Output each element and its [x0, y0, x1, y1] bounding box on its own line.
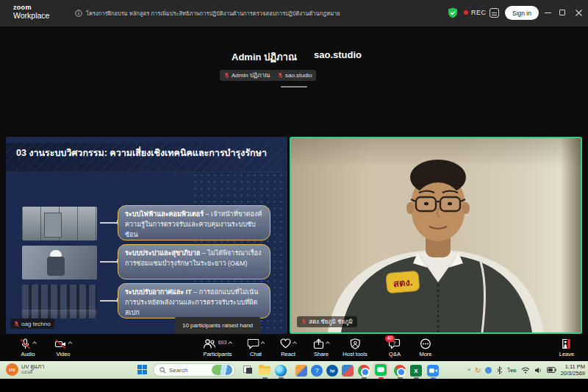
camera-muted-icon: [55, 338, 67, 350]
meeting-stage: Admin ปฏิภาณ sao.studio Admin ปฏิภาณ sao…: [0, 26, 588, 336]
file-explorer-icon[interactable]: [259, 366, 270, 374]
chevron-up-icon[interactable]: [261, 341, 265, 346]
chrome-icon[interactable]: [358, 365, 370, 377]
zoom-workplace-window: zoom Workplace โครงการฝึกอบรม หลักสูตร ก…: [0, 0, 588, 392]
react-label: React: [281, 351, 295, 357]
heart-icon: [280, 338, 291, 349]
muted-mic-icon: [301, 318, 306, 325]
taskbar-user-widget[interactable]: UV UV ดูแภา แอนดี: [6, 363, 44, 376]
bluetooth-icon[interactable]: [496, 366, 503, 374]
sync-icon[interactable]: ↻: [475, 366, 481, 374]
bullet-heading: ระบบไฟฟ้าและคอมพิวเตอร์: [125, 210, 204, 218]
participants-label: Participants: [203, 351, 232, 357]
chevron-up-icon[interactable]: [68, 341, 73, 346]
muted-mic-icon: [224, 72, 229, 79]
system-tray: ^ ↻ ไทย 1:11 PM 20/3/: [467, 361, 585, 379]
audio-button[interactable]: Audio: [20, 338, 36, 357]
battery-icon[interactable]: [547, 367, 556, 373]
react-button[interactable]: React: [280, 338, 296, 357]
participants-button[interactable]: 693 Participants: [203, 338, 232, 357]
slide-title: 03 งานระบบวิศวกรรม: ความเสี่ยงเชิงเทคนิค…: [6, 146, 277, 160]
speaker-tag-label: sao.studio: [285, 72, 312, 79]
task-view-icon[interactable]: [243, 366, 252, 374]
slide-photo-servers: [22, 285, 97, 318]
zoom-app-icon[interactable]: [427, 365, 439, 377]
participants-count-badge: 693: [218, 340, 227, 345]
chat-button[interactable]: Chat: [248, 338, 265, 357]
recording-indicator: REC: [464, 9, 487, 16]
line-app-icon: [375, 364, 387, 376]
sign-in-button[interactable]: Sign in: [505, 6, 539, 20]
gallery-view-icon[interactable]: [490, 8, 499, 18]
hp-app-icon[interactable]: hp: [326, 365, 338, 377]
language-indicator[interactable]: ไทย: [507, 366, 516, 374]
windows-start-icon[interactable]: [137, 365, 147, 374]
meeting-title: โครงการฝึกอบรม หลักสูตร การเพิ่มประสิทธิ…: [86, 9, 340, 18]
maximize-icon[interactable]: [559, 10, 565, 15]
chrome-profile2-icon[interactable]: [394, 365, 406, 377]
slide-bullet-2: ระบบประปาและสุขาภิบาล – ไม่ได้พิจารณาเรื…: [118, 244, 270, 279]
speaker-tag-2: sao.studio: [273, 70, 316, 81]
mail-app-icon[interactable]: [342, 365, 354, 377]
chat-label: Chat: [250, 351, 262, 357]
zoom-workplace-logo: zoom Workplace: [13, 4, 49, 20]
speaker-portrait: สตง.: [291, 138, 581, 332]
app-icon-orange[interactable]: [295, 365, 307, 377]
leave-button[interactable]: Leave: [559, 338, 574, 357]
user-subtext: แอนดี: [21, 370, 44, 375]
share-screen-icon: [313, 338, 324, 349]
video-label: Video: [56, 351, 70, 357]
tray-expand-icon[interactable]: ^: [467, 367, 470, 374]
leave-label: Leave: [559, 351, 574, 357]
chat-icon: [248, 338, 259, 349]
leave-door-icon: [561, 338, 573, 349]
share-button[interactable]: Share: [313, 338, 329, 357]
chevron-up-icon[interactable]: [326, 341, 330, 346]
presenter-name-tag: oag techno: [10, 318, 54, 329]
excel-icon[interactable]: X: [410, 365, 422, 377]
search-box[interactable]: Search: [153, 363, 235, 377]
help-app-icon[interactable]: ?: [311, 365, 323, 377]
slide-bullet-1: ระบบไฟฟ้าและคอมพิวเตอร์ – เจ้าหน้าที่ขาด…: [118, 205, 270, 240]
minimize-icon[interactable]: [545, 13, 551, 13]
pager-indicator: [281, 86, 307, 88]
user-avatar[interactable]: UV: [6, 363, 18, 376]
volume-icon[interactable]: [534, 367, 542, 374]
qa-count-badge: 40: [385, 335, 395, 342]
share-label: Share: [314, 351, 329, 357]
security-shield-icon[interactable]: [448, 7, 458, 18]
active-speaker-video[interactable]: สตง. สตง.ชัยภูมิ ชัยภูมิ: [290, 137, 582, 334]
bullet-heading: ระบบปรับอากาศและ IT: [125, 288, 192, 296]
vest-patch: สตง.: [386, 271, 420, 293]
logo-line2: Workplace: [13, 12, 49, 21]
edge-browser-icon[interactable]: [275, 365, 287, 377]
host-tools-label: Host tools: [343, 351, 367, 357]
cloud-app-icon[interactable]: [485, 367, 492, 374]
qa-button[interactable]: 40 ? Q&A: [389, 338, 401, 357]
chevron-up-icon[interactable]: [229, 341, 233, 346]
windows-taskbar: UV UV ดูแภา แอนดี Search ? hp X: [0, 361, 588, 379]
muted-mic-icon: [14, 321, 19, 327]
arrow-icon: [100, 300, 118, 302]
chevron-up-icon[interactable]: [32, 341, 37, 346]
close-icon[interactable]: [576, 10, 582, 16]
rec-dot-icon: [464, 10, 468, 15]
video-button[interactable]: Video: [55, 338, 72, 357]
raised-hand-tooltip: 10 participants raised hand: [175, 317, 260, 334]
wifi-icon[interactable]: [521, 367, 530, 374]
qa-label: Q&A: [389, 351, 401, 357]
host-tools-shield-icon: [350, 338, 360, 349]
video-name-tag: สตง.ชัยภูมิ ชัยภูมิ: [297, 316, 357, 327]
meeting-title-area: โครงการฝึกอบรม หลักสูตร การเพิ่มประสิทธิ…: [75, 9, 340, 18]
clock-date: 20/3/2569: [561, 370, 585, 377]
more-button[interactable]: More: [419, 338, 431, 357]
speaker-name-1: Admin ปฏิภาณ: [232, 49, 297, 65]
rec-label: REC: [471, 9, 487, 16]
host-tools-button[interactable]: Host tools: [343, 338, 367, 357]
speaker-tag-1: Admin ปฏิภาณ: [220, 70, 275, 81]
more-label: More: [419, 351, 431, 357]
taskbar-clock[interactable]: 1:11 PM 20/3/2569: [561, 363, 585, 377]
chevron-up-icon[interactable]: [293, 341, 297, 346]
line-app-icon-active[interactable]: [373, 363, 389, 378]
arrow-icon: [100, 261, 118, 263]
